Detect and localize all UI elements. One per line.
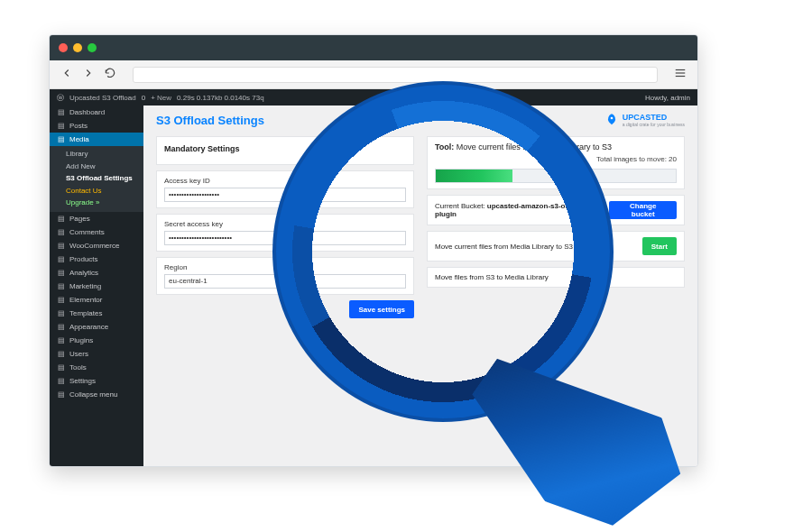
sidebar-item-label: Marketing [69,282,101,290]
sidebar-item-label: Users [69,350,88,358]
sidebar-item-label: Elementor [69,296,102,304]
secret-key-panel: Secret access key ••••••••••••••••••••••… [156,214,414,252]
bucket-row: Current Bucket: upcasted-amazon-s3-offlo… [435,202,600,218]
mandatory-heading: Mandatory Settings [164,144,406,153]
sidebar-subitem-library[interactable]: Library [50,148,143,161]
back-icon[interactable] [60,67,73,82]
sidebar-item-label: Plugins [69,336,93,344]
access-key-label: Access key ID [164,177,406,185]
pin-icon: ▤ [57,122,65,130]
sidebar-item-tools[interactable]: ▤Tools [50,361,143,374]
sidebar-item-label: Templates [69,309,102,317]
sidebar-item-label: Appearance [69,323,108,331]
secret-key-label: Secret access key [164,220,406,228]
sidebar-item-analytics[interactable]: ▤Analytics [50,266,143,280]
woo-icon: ▤ [57,242,65,250]
sidebar-item-label: Pages [69,215,90,223]
sidebar-item-collapse-menu[interactable]: ▤Collapse menu [50,388,143,401]
page-icon: ▤ [57,215,65,223]
plug-icon: ▤ [57,336,65,344]
brand: UPCASTED a digital crate for your busine… [604,113,685,127]
sidebar-item-label: WooCommerce [69,242,119,250]
sidebar-subitem-upgrade-[interactable]: Upgrade » [50,197,143,209]
rocket-icon [604,113,619,127]
bucket-label: Current Bucket: [435,202,485,210]
update-badge[interactable]: 0 [142,94,145,102]
wp-logo-icon[interactable]: ⓦ [57,93,64,103]
sidebar-item-marketing[interactable]: ▤Marketing [50,280,143,293]
forward-icon[interactable] [82,67,95,82]
move-tool-panel: Tool: Move current files from Media Libr… [427,136,685,189]
window-zoom-dot[interactable] [88,43,97,52]
total-images-text: Total images to move: 20 [435,155,677,163]
sidebar-item-label: Comments [69,228,105,236]
svg-point-3 [610,117,613,120]
new-link[interactable]: + New [151,94,171,102]
sidebar-item-woocommerce[interactable]: ▤WooCommerce [50,239,143,252]
access-key-input[interactable]: •••••••••••••••••••• [164,188,406,202]
users-icon: ▤ [57,350,65,358]
brand-name: UPCASTED [623,113,668,122]
howdy-link[interactable]: Howdy, admin [645,94,690,102]
move-from-s3-panel: Move files from S3 to Media Library [427,267,685,288]
reload-icon[interactable] [104,67,116,82]
sidebar-item-pages[interactable]: ▤Pages [50,212,143,225]
tool-title: Move current files from Media Library to… [457,142,612,151]
sidebar-item-label: Media [69,135,89,143]
region-label: Region [164,263,406,271]
sidebar-item-label: Dashboard [69,108,105,116]
move-to-s3-panel: Move current files from Media Library to… [427,231,685,261]
sidebar-item-elementor[interactable]: ▤Elementor [50,293,143,307]
sidebar-item-comments[interactable]: ▤Comments [50,225,143,239]
browser-window: ⓦ Upcasted S3 Offload 0 + New 0.29s 0.13… [49,34,698,467]
sidebar-item-posts[interactable]: ▤Posts [50,119,143,133]
progress-bar [435,169,677,183]
sidebar-item-label: Tools [69,363,87,371]
sidebar-item-appearance[interactable]: ▤Appearance [50,320,143,334]
browser-toolbar [50,60,697,89]
sidebar-item-users[interactable]: ▤Users [50,347,143,361]
sidebar-item-label: Analytics [69,269,98,277]
sidebar-submenu: LibraryAdd NewS3 Offload SettingsContact… [50,146,143,212]
access-key-panel: Access key ID •••••••••••••••••••• [156,170,414,208]
change-bucket-button[interactable]: Change bucket [609,201,677,219]
elementor-icon: ▤ [57,296,65,304]
sidebar-item-dashboard[interactable]: ▤Dashboard [50,105,143,119]
sidebar-item-templates[interactable]: ▤Templates [50,307,143,320]
sidebar-item-label: Settings [69,377,96,385]
brand-tagline: a digital crate for your business [623,122,685,127]
secret-key-input[interactable]: ••••••••••••••••••••••••• [164,231,406,245]
site-name[interactable]: Upcasted S3 Offload [69,94,136,102]
tool-heading: Tool: Move current files from Media Libr… [435,142,677,151]
tool-prefix: Tool: [435,142,454,151]
sidebar-item-label: Collapse menu [69,390,117,399]
sidebar-item-label: Posts [69,122,88,130]
sidebar-item-settings[interactable]: ▤Settings [50,374,143,388]
window-close-dot[interactable] [59,43,68,52]
sidebar-subitem-add-new[interactable]: Add New [50,161,143,173]
comment-icon: ▤ [57,228,65,236]
url-bar[interactable] [133,67,658,83]
sidebar-item-plugins[interactable]: ▤Plugins [50,334,143,347]
window-minimize-dot[interactable] [73,43,82,52]
media-icon: ▤ [57,135,65,143]
mandatory-settings-panel: Mandatory Settings [156,136,414,165]
region-panel: Region eu-central-1 [156,257,414,295]
svg-rect-1 [676,72,686,73]
region-input[interactable]: eu-central-1 [164,274,406,289]
page-title: S3 Offload Settings [156,114,264,127]
dashboard-icon: ▤ [57,108,65,116]
sidebar-subitem-contact-us[interactable]: Contact Us [50,185,143,197]
sidebar-item-label: Products [69,255,98,263]
menu-icon[interactable] [674,67,687,82]
perf-stats: 0.29s 0.137kb 0.0140s 73q [177,94,264,102]
sidebar-subitem-s3-offload-settings[interactable]: S3 Offload Settings [50,172,143,185]
sidebar-item-products[interactable]: ▤Products [50,252,143,266]
save-settings-button[interactable]: Save settings [349,300,414,318]
move-from-s3-text: Move files from S3 to Media Library [435,273,677,281]
sliders-icon: ▤ [57,377,65,385]
bucket-panel: Current Bucket: upcasted-amazon-s3-offlo… [427,195,685,225]
box-icon: ▤ [57,255,65,263]
sidebar-item-media[interactable]: ▤Media [50,133,143,146]
start-button[interactable]: Start [642,237,677,255]
